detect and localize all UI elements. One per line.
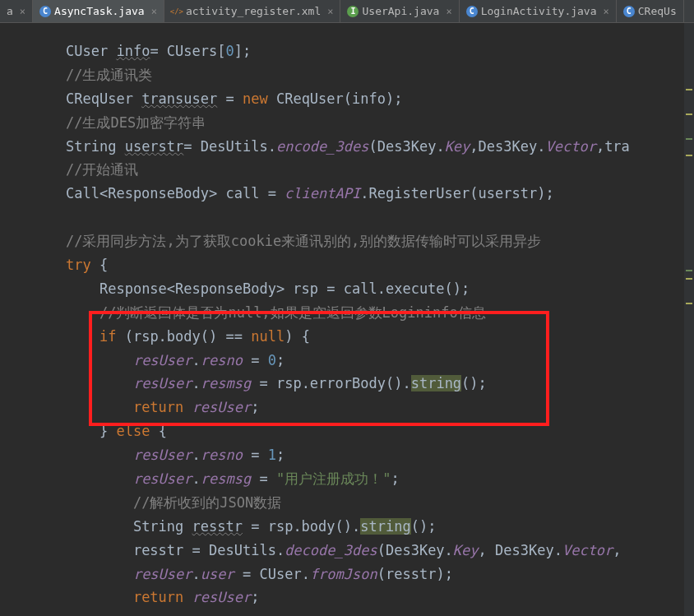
scroll-mark (686, 278, 692, 280)
interface-icon: I (347, 6, 359, 17)
close-icon[interactable]: × (148, 6, 157, 17)
scroll-mark (686, 270, 692, 271)
code-content: CUser info= CUsers[0]; //生成通讯类 CReqUser … (0, 39, 694, 609)
scroll-mark (686, 155, 692, 156)
tab-loginactivity[interactable]: C LoginActivity.java × (460, 0, 617, 22)
class-icon: C (623, 6, 635, 17)
close-icon[interactable]: × (324, 6, 333, 17)
tab-userapi[interactable]: I UserApi.java × (340, 0, 459, 22)
close-icon[interactable]: × (600, 6, 609, 17)
tab-label: AsyncTask.java (54, 5, 145, 17)
tab-asynctask[interactable]: C AsyncTask.java × (33, 0, 164, 22)
close-icon[interactable]: × (16, 6, 25, 17)
tab-bar: a × C AsyncTask.java × activity_register… (0, 0, 694, 23)
tab-label: CReqUs (638, 5, 677, 17)
xml-icon (171, 6, 183, 17)
scrollbar-marks[interactable] (684, 23, 694, 616)
close-icon[interactable]: × (442, 6, 451, 17)
tab-label: LoginActivity.java (481, 5, 597, 17)
tab-partial-left[interactable]: a × (0, 0, 33, 22)
scroll-mark (686, 303, 692, 304)
tab-label: UserApi.java (362, 5, 439, 17)
scroll-mark (686, 113, 692, 115)
tab-activity-register[interactable]: activity_register.xml × (164, 0, 341, 22)
class-icon: C (466, 6, 478, 17)
scroll-mark (686, 89, 692, 90)
tab-crequser[interactable]: C CReqUs (617, 0, 684, 22)
scroll-mark (686, 138, 692, 140)
code-editor[interactable]: CUser info= CUsers[0]; //生成通讯类 CReqUser … (0, 23, 694, 609)
tab-label: a (7, 5, 13, 17)
tab-label: activity_register.xml (186, 5, 321, 17)
class-icon: C (39, 6, 51, 17)
